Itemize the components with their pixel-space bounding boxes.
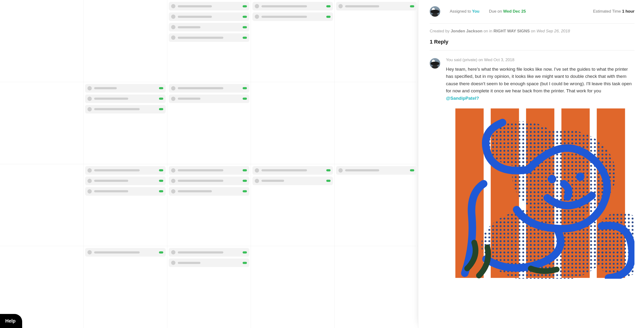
created-project[interactable]: RIGHT WAY SIGNS (493, 29, 530, 33)
task-card[interactable] (169, 248, 249, 257)
created-author[interactable]: Jonden Jackson (451, 29, 482, 33)
board-cell[interactable] (251, 82, 334, 164)
task-avatar-placeholder (88, 107, 92, 111)
task-avatar-placeholder (171, 97, 176, 101)
task-card[interactable] (336, 2, 416, 10)
board-cell[interactable] (251, 0, 334, 82)
board-cell[interactable] (84, 82, 167, 164)
board-cell[interactable] (0, 0, 84, 82)
task-card[interactable] (252, 177, 333, 185)
task-avatar-placeholder (255, 179, 259, 183)
board-cell[interactable] (167, 246, 251, 328)
board-cell[interactable] (167, 164, 251, 246)
task-card[interactable] (169, 23, 249, 31)
reply-meta: You said (private) on Wed Oct 3, 2018 (446, 58, 634, 62)
task-title-placeholder (262, 5, 307, 7)
task-title-placeholder (178, 37, 223, 39)
reply-text: Hey team, here's what the working file l… (446, 66, 634, 102)
estimated-time: Estimated Time 1 hour (593, 9, 634, 14)
assigned-value[interactable]: You (472, 9, 480, 13)
task-title-placeholder (94, 180, 128, 182)
svg-point-11 (548, 175, 556, 183)
task-status-pill (243, 180, 247, 182)
task-card[interactable] (85, 177, 166, 185)
task-avatar-placeholder (171, 250, 176, 254)
board-cell[interactable] (251, 246, 334, 328)
board-cell[interactable] (84, 0, 167, 82)
task-status-pill (159, 87, 163, 89)
board-cell[interactable] (84, 164, 167, 246)
task-avatar-placeholder (255, 4, 259, 8)
assigned-to: Assigned to You (450, 9, 479, 14)
task-title-placeholder (94, 190, 128, 192)
task-card[interactable] (336, 166, 416, 175)
svg-point-12 (576, 172, 585, 181)
estimated-label: Estimated Time (593, 9, 621, 13)
task-avatar-placeholder (171, 4, 176, 8)
task-card[interactable] (252, 12, 333, 21)
board-cell[interactable] (167, 0, 251, 82)
help-label: Help (5, 318, 16, 324)
task-card[interactable] (85, 248, 166, 257)
board-cell[interactable] (334, 164, 418, 246)
calendar-board (0, 0, 418, 328)
task-card[interactable] (252, 2, 333, 10)
task-title-placeholder (94, 169, 140, 171)
task-title-placeholder (178, 5, 212, 7)
task-avatar-placeholder (171, 86, 176, 90)
task-card[interactable] (169, 95, 249, 103)
task-card[interactable] (85, 95, 166, 103)
task-card[interactable] (252, 166, 333, 175)
task-avatar-placeholder (171, 25, 176, 29)
task-card[interactable] (169, 177, 249, 185)
task-title-placeholder (262, 169, 307, 171)
estimated-value: 1 hour (622, 9, 634, 13)
task-status-pill (243, 87, 247, 89)
due-on: Due on Wed Dec 25 (489, 9, 526, 14)
task-card[interactable] (169, 2, 249, 10)
task-status-pill (243, 169, 247, 171)
task-avatar-placeholder (255, 14, 259, 19)
board-cell[interactable] (0, 82, 84, 164)
created-date: Wed Sep 26, 2018 (536, 29, 570, 33)
task-card[interactable] (85, 166, 166, 175)
board-row (0, 164, 418, 246)
task-status-pill (159, 108, 163, 110)
task-meta-row: Assigned to You Due on Wed Dec 25 Estima… (430, 3, 634, 23)
task-card[interactable] (169, 84, 249, 93)
task-status-pill (159, 190, 163, 192)
reply-mention[interactable]: @SandipPatel? (446, 96, 479, 101)
task-status-pill (410, 169, 414, 171)
created-prefix: Created by (430, 29, 450, 33)
board-cell[interactable] (84, 246, 167, 328)
board-cell[interactable] (334, 82, 418, 164)
task-card[interactable] (169, 187, 249, 196)
board-row (0, 82, 418, 164)
board-cell[interactable] (334, 0, 418, 82)
task-status-pill (243, 37, 247, 39)
task-card[interactable] (85, 187, 166, 196)
created-mid: on in (484, 29, 492, 33)
assignee-avatar[interactable] (430, 6, 440, 17)
task-title-placeholder (178, 180, 223, 182)
task-title-placeholder (178, 262, 200, 264)
board-cell[interactable] (334, 246, 418, 328)
task-avatar-placeholder (88, 86, 92, 90)
task-status-pill (243, 190, 247, 192)
task-card[interactable] (85, 84, 166, 93)
board-cell[interactable] (251, 164, 334, 246)
board-cell[interactable] (0, 164, 84, 246)
task-card[interactable] (169, 12, 249, 21)
reply-attachment-image[interactable] (446, 108, 634, 279)
task-avatar-placeholder (171, 261, 176, 265)
help-button[interactable]: Help (0, 314, 22, 328)
reply-avatar[interactable] (430, 58, 440, 69)
task-status-pill (159, 98, 163, 100)
task-card[interactable] (85, 105, 166, 114)
board-cell[interactable] (167, 82, 251, 164)
task-card[interactable] (169, 259, 249, 267)
task-title-placeholder (94, 108, 140, 110)
task-title-placeholder (178, 87, 223, 89)
task-card[interactable] (169, 166, 249, 175)
task-card[interactable] (169, 33, 249, 42)
